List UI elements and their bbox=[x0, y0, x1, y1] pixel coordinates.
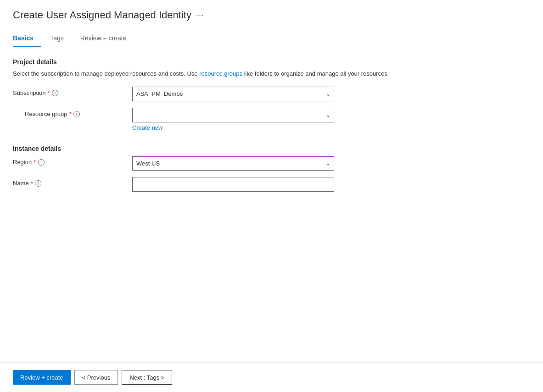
region-info-icon[interactable]: i bbox=[38, 159, 45, 166]
resource-group-select[interactable] bbox=[132, 108, 334, 122]
previous-button[interactable]: < Previous bbox=[74, 370, 118, 385]
name-input[interactable] bbox=[132, 177, 334, 192]
subscription-select-wrapper: ASA_PM_Demos ⌄ bbox=[132, 87, 334, 101]
resource-group-info-icon[interactable]: i bbox=[73, 111, 80, 117]
tab-bar: Basics Tags Review + create bbox=[13, 30, 530, 47]
ellipsis-menu-button[interactable]: ··· bbox=[196, 11, 204, 20]
resource-group-select-wrapper: ⌄ bbox=[132, 108, 334, 122]
region-select[interactable]: West US East US West Europe East Asia bbox=[132, 156, 334, 171]
instance-details-heading: Instance details bbox=[13, 145, 530, 152]
tab-basics[interactable]: Basics bbox=[13, 31, 41, 47]
region-control: West US East US West Europe East Asia ⌄ bbox=[132, 156, 334, 171]
resource-group-control: ⌄ Create new bbox=[132, 108, 334, 131]
project-details-heading: Project details bbox=[13, 58, 530, 66]
resource-group-required: * bbox=[69, 110, 72, 118]
name-info-icon[interactable]: i bbox=[35, 180, 41, 187]
next-button[interactable]: Next : Tags > bbox=[122, 370, 172, 385]
subscription-info-icon[interactable]: i bbox=[52, 90, 58, 96]
subscription-label: Subscription bbox=[13, 89, 46, 96]
subscription-select[interactable]: ASA_PM_Demos bbox=[132, 87, 334, 101]
tab-tags[interactable]: Tags bbox=[50, 31, 71, 47]
resource-group-label: Resource group bbox=[25, 110, 67, 117]
footer: Review + create < Previous Next : Tags > bbox=[0, 362, 543, 392]
create-new-resource-group-link[interactable]: Create new bbox=[132, 124, 334, 131]
region-label-col: Region * i bbox=[13, 156, 132, 166]
tab-review-create[interactable]: Review + create bbox=[80, 31, 134, 47]
review-create-button[interactable]: Review + create bbox=[13, 370, 71, 385]
name-label-col: Name * i bbox=[13, 177, 132, 187]
subscription-label-col: Subscription * i bbox=[13, 87, 132, 97]
name-control bbox=[132, 177, 334, 192]
region-select-wrapper: West US East US West Europe East Asia ⌄ bbox=[132, 156, 334, 171]
subscription-required: * bbox=[48, 89, 50, 97]
region-required: * bbox=[34, 159, 36, 166]
resource-groups-link[interactable]: resource groups bbox=[199, 70, 242, 77]
page-title: Create User Assigned Managed Identity bbox=[13, 9, 191, 21]
name-required: * bbox=[31, 180, 33, 187]
project-details-description: Select the subscription to manage deploy… bbox=[13, 69, 530, 78]
resource-group-label-col: Resource group * i bbox=[13, 108, 132, 118]
name-label: Name bbox=[13, 180, 29, 187]
subscription-control: ASA_PM_Demos ⌄ bbox=[132, 87, 334, 101]
region-label: Region bbox=[13, 159, 32, 166]
